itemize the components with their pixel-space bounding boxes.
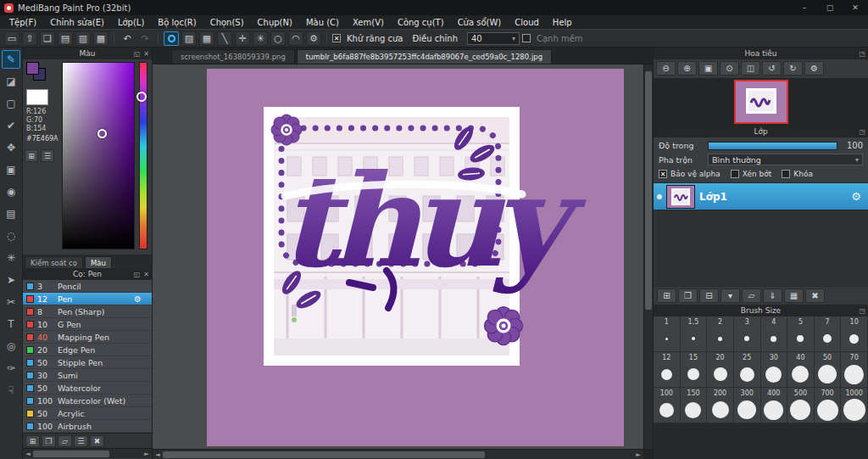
- close-icon[interactable]: [143, 50, 149, 58]
- saturation-value-square[interactable]: [62, 62, 135, 249]
- brush-list-hscrollbar[interactable]: [23, 448, 152, 458]
- popout-icon[interactable]: [134, 50, 141, 58]
- snap-settings-icon[interactable]: ⚙: [306, 31, 321, 46]
- eraser-tool[interactable]: ◪: [2, 72, 20, 91]
- brush-size-cell[interactable]: 400: [761, 388, 788, 423]
- soft-edge-checkbox[interactable]: [522, 34, 531, 42]
- brush-tool[interactable]: ✎: [2, 50, 20, 69]
- protect-alpha-checkbox[interactable]: [659, 170, 667, 178]
- menu-snap[interactable]: Chụp(N): [251, 18, 299, 27]
- nav-rotate-right-button[interactable]: ↻: [783, 61, 803, 76]
- lock-checkbox[interactable]: [782, 170, 790, 178]
- scrollbar-thumb[interactable]: [33, 451, 109, 457]
- document-icon[interactable]: ▤: [58, 31, 73, 46]
- new-brush-button[interactable]: ⊞: [25, 435, 40, 447]
- tab-screenshot[interactable]: screenshot_1638059339.png: [171, 49, 295, 64]
- brush-row[interactable]: 50 Stipple Pen: [23, 356, 152, 369]
- menu-color[interactable]: Màu (C): [299, 18, 346, 27]
- close-icon[interactable]: [143, 271, 149, 278]
- nav-fit-screen-button[interactable]: ▣: [698, 61, 718, 76]
- color-sliders-button[interactable]: ☰: [41, 149, 54, 162]
- brush-size-cell[interactable]: 30: [761, 352, 788, 388]
- maximize-button[interactable]: ▢: [817, 0, 843, 15]
- brush-menu-button[interactable]: ☰: [74, 435, 88, 447]
- snap-grid-icon[interactable]: ▦: [199, 31, 214, 46]
- snap-radial-icon[interactable]: ✳: [253, 31, 268, 46]
- brush-size-cell[interactable]: 150: [681, 388, 708, 423]
- script-brush-tool[interactable]: ✑: [2, 359, 20, 378]
- menu-cloud[interactable]: Cloud: [508, 18, 546, 27]
- brush-row[interactable]: 20 Edge Pen: [23, 344, 152, 356]
- blend-mode-dropdown[interactable]: Bình thường ▾: [708, 154, 863, 165]
- import-layer-button[interactable]: ⊟: [699, 288, 719, 303]
- select-pen-tool[interactable]: ➤: [2, 271, 20, 289]
- brush-size-cell[interactable]: 1.5: [681, 316, 708, 352]
- text-tool[interactable]: T: [2, 315, 20, 333]
- publish-icon[interactable]: ⇧: [22, 31, 37, 46]
- minimize-button[interactable]: –: [792, 0, 817, 15]
- brush-size-cell[interactable]: 700: [815, 388, 842, 423]
- brush-size-cell[interactable]: 7: [815, 316, 842, 352]
- popout-icon[interactable]: [134, 271, 141, 278]
- foreground-color-swatch[interactable]: [26, 62, 39, 75]
- menu-select[interactable]: Chọn(S): [203, 18, 251, 27]
- tab-tumblr[interactable]: tumblr_b6fa887fe8b3957253ffc4dafb89067e_…: [297, 49, 552, 64]
- brush-size-cell[interactable]: 100: [654, 388, 681, 423]
- brush-row[interactable]: 100 Watercolor (Wet): [23, 395, 152, 407]
- scrollbar-thumb[interactable]: [645, 71, 652, 310]
- brush-settings-icon[interactable]: [134, 294, 142, 304]
- brush-size-cell[interactable]: 2: [707, 316, 734, 352]
- scroll-right-icon[interactable]: [142, 451, 152, 457]
- brush-size-cell[interactable]: 10: [841, 316, 868, 352]
- gradient-tool[interactable]: ▤: [2, 204, 20, 223]
- undo-button[interactable]: ↶: [120, 31, 135, 46]
- canvas-viewport[interactable]: thuy: [153, 64, 643, 449]
- secondary-color-swatch[interactable]: [26, 89, 48, 105]
- nav-zoom-in-button[interactable]: ⊕: [677, 61, 697, 76]
- menu-edit[interactable]: Chỉnh sửa(E): [43, 18, 111, 27]
- add-folder-button[interactable]: ▱: [742, 288, 761, 303]
- dock-icon[interactable]: [859, 307, 865, 315]
- redo-button[interactable]: ↷: [137, 31, 153, 46]
- polyline-select-tool[interactable]: ✔: [2, 116, 20, 135]
- delete-layer-button[interactable]: ✖: [805, 288, 825, 303]
- brush-size-cell[interactable]: 5: [787, 316, 815, 352]
- comment-icon[interactable]: ❏: [40, 31, 55, 46]
- nav-settings-button[interactable]: ⚙: [804, 61, 824, 76]
- close-button[interactable]: ✕: [843, 0, 868, 15]
- brush-row[interactable]: 50 Watercolor: [23, 382, 152, 395]
- menu-window[interactable]: Cửa sổ(W): [451, 18, 509, 27]
- opacity-slider[interactable]: [708, 142, 837, 150]
- duplicate-brush-button[interactable]: ❐: [42, 435, 56, 447]
- add-layer-menu-button[interactable]: ▾: [721, 288, 740, 303]
- menu-file[interactable]: Tệp(F): [3, 18, 43, 27]
- brush-row[interactable]: 10 G Pen: [23, 318, 152, 331]
- layer-visibility-icon[interactable]: [657, 194, 662, 199]
- brush-shape-button[interactable]: [164, 31, 179, 46]
- brush-size-cell[interactable]: 12: [654, 352, 681, 388]
- magic-wand-tool[interactable]: ✳: [2, 249, 20, 267]
- scroll-left-icon[interactable]: [153, 451, 163, 458]
- brush-row[interactable]: 8 Pen (Sharp): [23, 305, 152, 318]
- workspace-icon[interactable]: ▭: [4, 31, 19, 46]
- brush-folder-button[interactable]: ▱: [58, 435, 72, 447]
- transform-tool[interactable]: ▣: [2, 160, 20, 179]
- brush-size-cell[interactable]: 4: [761, 316, 788, 352]
- navigator-thumbnail[interactable]: [736, 81, 787, 122]
- menu-view[interactable]: Xem(V): [346, 18, 391, 27]
- material-panel-icon[interactable]: ▥: [75, 31, 91, 46]
- brush-size-cell[interactable]: 1: [654, 316, 681, 352]
- dock-icon[interactable]: [859, 50, 865, 58]
- tone-icon[interactable]: ▨: [181, 31, 197, 46]
- menu-layer[interactable]: Lớp(L): [111, 18, 151, 27]
- navigator-view[interactable]: [654, 78, 868, 126]
- brush-row[interactable]: 40 Mapping Pen: [23, 331, 152, 344]
- layer-row[interactable]: Lớp1: [654, 183, 868, 210]
- brush-size-cell[interactable]: 1000: [841, 388, 868, 423]
- brush-size-cell[interactable]: 500: [787, 388, 815, 423]
- adjust-dropdown[interactable]: 40 ▾: [467, 32, 520, 45]
- brush-size-cell[interactable]: 50: [815, 352, 842, 388]
- dock-icon[interactable]: [859, 128, 865, 136]
- add-layer-button[interactable]: ⊞: [657, 288, 676, 303]
- brush-row[interactable]: 30 Sumi: [23, 369, 152, 382]
